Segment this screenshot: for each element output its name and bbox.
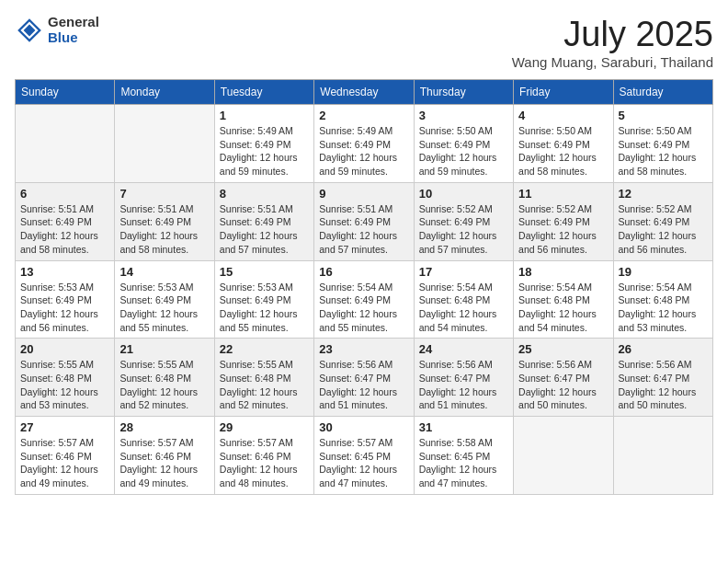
day-cell: 2Sunrise: 5:49 AMSunset: 6:49 PMDaylight… (314, 105, 414, 183)
day-info: Sunrise: 5:50 AMSunset: 6:49 PMDaylight:… (619, 124, 708, 178)
day-cell: 31Sunrise: 5:58 AMSunset: 6:45 PMDayligh… (414, 417, 513, 495)
day-cell: 30Sunrise: 5:57 AMSunset: 6:45 PMDayligh… (314, 417, 414, 495)
day-number: 27 (20, 420, 109, 434)
day-info: Sunrise: 5:52 AMSunset: 6:49 PMDaylight:… (419, 202, 508, 257)
day-number: 25 (518, 342, 608, 356)
day-info: Sunrise: 5:51 AMSunset: 6:49 PMDaylight:… (20, 202, 109, 257)
day-cell: 21Sunrise: 5:55 AMSunset: 6:48 PMDayligh… (115, 339, 214, 417)
day-cell: 28Sunrise: 5:57 AMSunset: 6:46 PMDayligh… (115, 417, 214, 495)
day-info: Sunrise: 5:50 AMSunset: 6:49 PMDaylight:… (419, 124, 508, 178)
day-info: Sunrise: 5:52 AMSunset: 6:49 PMDaylight:… (619, 202, 708, 257)
logo-text: General Blue (48, 15, 99, 45)
day-info: Sunrise: 5:55 AMSunset: 6:48 PMDaylight:… (220, 358, 309, 412)
day-cell: 18Sunrise: 5:54 AMSunset: 6:48 PMDayligh… (514, 260, 613, 339)
month-title: July 2025 (512, 15, 713, 54)
week-row-1: 1Sunrise: 5:49 AMSunset: 6:49 PMDaylight… (16, 105, 713, 183)
header: General Blue July 2025 Wang Muang, Sarab… (15, 15, 713, 70)
day-number: 19 (619, 265, 708, 279)
day-cell: 13Sunrise: 5:53 AMSunset: 6:49 PMDayligh… (16, 260, 115, 339)
day-number: 16 (319, 265, 408, 279)
day-cell: 7Sunrise: 5:51 AMSunset: 6:49 PMDaylight… (115, 182, 214, 260)
day-cell: 1Sunrise: 5:49 AMSunset: 6:49 PMDaylight… (214, 105, 313, 183)
day-info: Sunrise: 5:54 AMSunset: 6:48 PMDaylight:… (619, 281, 708, 335)
day-number: 7 (119, 187, 209, 201)
weekday-header-friday: Friday (514, 80, 613, 105)
day-info: Sunrise: 5:56 AMSunset: 6:47 PMDaylight:… (419, 358, 508, 412)
day-info: Sunrise: 5:57 AMSunset: 6:46 PMDaylight:… (20, 436, 109, 490)
day-cell: 6Sunrise: 5:51 AMSunset: 6:49 PMDaylight… (16, 182, 115, 260)
day-cell: 5Sunrise: 5:50 AMSunset: 6:49 PMDaylight… (613, 105, 712, 183)
day-info: Sunrise: 5:55 AMSunset: 6:48 PMDaylight:… (119, 358, 209, 412)
day-info: Sunrise: 5:58 AMSunset: 6:45 PMDaylight:… (419, 436, 508, 490)
day-number: 14 (119, 265, 209, 279)
day-number: 10 (419, 187, 508, 201)
day-number: 30 (319, 420, 408, 434)
day-cell: 24Sunrise: 5:56 AMSunset: 6:47 PMDayligh… (414, 339, 513, 417)
day-info: Sunrise: 5:54 AMSunset: 6:48 PMDaylight:… (419, 281, 508, 335)
day-cell: 20Sunrise: 5:55 AMSunset: 6:48 PMDayligh… (16, 339, 115, 417)
day-cell: 4Sunrise: 5:50 AMSunset: 6:49 PMDaylight… (514, 105, 613, 183)
day-cell: 29Sunrise: 5:57 AMSunset: 6:46 PMDayligh… (214, 417, 313, 495)
day-info: Sunrise: 5:55 AMSunset: 6:48 PMDaylight:… (20, 358, 109, 412)
day-number: 11 (518, 187, 608, 201)
day-cell (613, 417, 712, 495)
day-info: Sunrise: 5:57 AMSunset: 6:45 PMDaylight:… (319, 436, 408, 490)
day-number: 3 (419, 109, 508, 122)
day-info: Sunrise: 5:53 AMSunset: 6:49 PMDaylight:… (20, 281, 109, 335)
day-info: Sunrise: 5:54 AMSunset: 6:48 PMDaylight:… (518, 281, 608, 335)
day-number: 15 (220, 265, 309, 279)
day-info: Sunrise: 5:57 AMSunset: 6:46 PMDaylight:… (220, 436, 309, 490)
day-number: 17 (419, 265, 508, 279)
day-number: 28 (119, 420, 209, 434)
day-info: Sunrise: 5:49 AMSunset: 6:49 PMDaylight:… (220, 124, 309, 178)
calendar-table: SundayMondayTuesdayWednesdayThursdayFrid… (15, 79, 713, 495)
day-cell: 23Sunrise: 5:56 AMSunset: 6:47 PMDayligh… (314, 339, 414, 417)
day-cell: 11Sunrise: 5:52 AMSunset: 6:49 PMDayligh… (514, 182, 613, 260)
week-row-3: 13Sunrise: 5:53 AMSunset: 6:49 PMDayligh… (16, 260, 713, 339)
day-cell: 27Sunrise: 5:57 AMSunset: 6:46 PMDayligh… (16, 417, 115, 495)
day-number: 20 (20, 342, 109, 356)
day-number: 5 (619, 109, 708, 122)
day-info: Sunrise: 5:51 AMSunset: 6:49 PMDaylight:… (119, 202, 209, 257)
day-number: 29 (220, 420, 309, 434)
day-number: 23 (319, 342, 408, 356)
day-cell: 26Sunrise: 5:56 AMSunset: 6:47 PMDayligh… (613, 339, 712, 417)
logo-general-text: General (48, 15, 99, 30)
location-title: Wang Muang, Saraburi, Thailand (512, 54, 713, 70)
day-number: 24 (419, 342, 508, 356)
day-cell: 15Sunrise: 5:53 AMSunset: 6:49 PMDayligh… (214, 260, 313, 339)
day-cell: 14Sunrise: 5:53 AMSunset: 6:49 PMDayligh… (115, 260, 214, 339)
day-cell: 25Sunrise: 5:56 AMSunset: 6:47 PMDayligh… (514, 339, 613, 417)
weekday-header-sunday: Sunday (16, 80, 115, 105)
day-info: Sunrise: 5:56 AMSunset: 6:47 PMDaylight:… (518, 358, 608, 412)
day-cell: 16Sunrise: 5:54 AMSunset: 6:49 PMDayligh… (314, 260, 414, 339)
day-cell (16, 105, 115, 183)
day-info: Sunrise: 5:51 AMSunset: 6:49 PMDaylight:… (220, 202, 309, 257)
day-info: Sunrise: 5:54 AMSunset: 6:49 PMDaylight:… (319, 281, 408, 335)
weekday-header-wednesday: Wednesday (314, 80, 414, 105)
day-number: 21 (119, 342, 209, 356)
day-info: Sunrise: 5:53 AMSunset: 6:49 PMDaylight:… (119, 281, 209, 335)
day-number: 8 (220, 187, 309, 201)
logo-icon (15, 16, 44, 45)
day-cell: 17Sunrise: 5:54 AMSunset: 6:48 PMDayligh… (414, 260, 513, 339)
day-cell: 19Sunrise: 5:54 AMSunset: 6:48 PMDayligh… (613, 260, 712, 339)
week-row-4: 20Sunrise: 5:55 AMSunset: 6:48 PMDayligh… (16, 339, 713, 417)
day-cell: 9Sunrise: 5:51 AMSunset: 6:49 PMDaylight… (314, 182, 414, 260)
day-info: Sunrise: 5:56 AMSunset: 6:47 PMDaylight:… (619, 358, 708, 412)
weekday-header-saturday: Saturday (613, 80, 712, 105)
day-info: Sunrise: 5:50 AMSunset: 6:49 PMDaylight:… (518, 124, 608, 178)
day-info: Sunrise: 5:53 AMSunset: 6:49 PMDaylight:… (220, 281, 309, 335)
logo-blue-text: Blue (48, 30, 99, 46)
day-number: 1 (220, 109, 309, 122)
logo: General Blue (15, 15, 99, 45)
day-cell (514, 417, 613, 495)
day-info: Sunrise: 5:56 AMSunset: 6:47 PMDaylight:… (319, 358, 408, 412)
day-cell (115, 105, 214, 183)
weekday-header-row: SundayMondayTuesdayWednesdayThursdayFrid… (16, 80, 713, 105)
day-cell: 12Sunrise: 5:52 AMSunset: 6:49 PMDayligh… (613, 182, 712, 260)
day-info: Sunrise: 5:57 AMSunset: 6:46 PMDaylight:… (119, 436, 209, 490)
day-number: 18 (518, 265, 608, 279)
weekday-header-tuesday: Tuesday (214, 80, 313, 105)
day-cell: 22Sunrise: 5:55 AMSunset: 6:48 PMDayligh… (214, 339, 313, 417)
